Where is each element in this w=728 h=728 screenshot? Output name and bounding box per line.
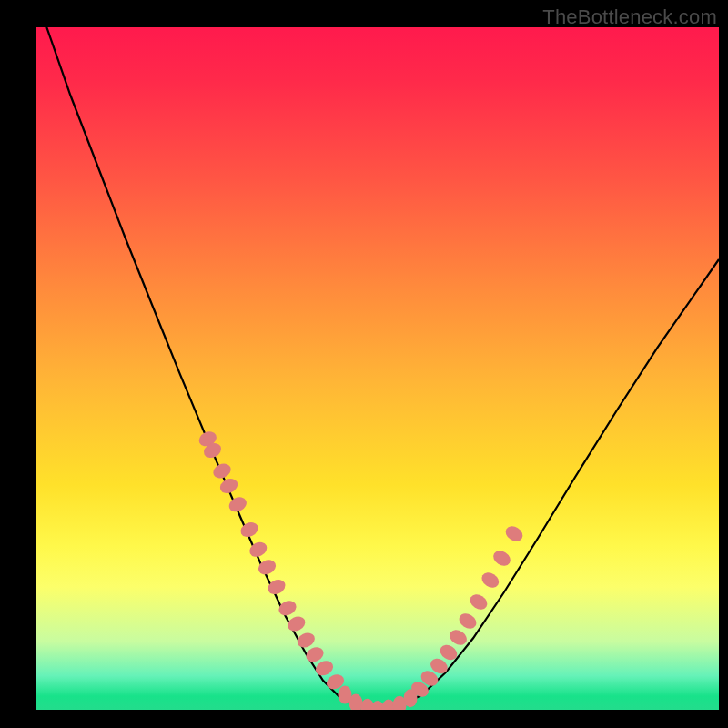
chart-svg (36, 27, 719, 710)
dot (277, 598, 299, 618)
dot (468, 592, 490, 612)
dot (217, 476, 240, 496)
dot (227, 494, 249, 514)
dot (447, 627, 470, 648)
dot (286, 613, 308, 633)
overlay-dots (197, 429, 525, 710)
dot (457, 611, 480, 632)
dot (503, 523, 526, 544)
dot (295, 630, 318, 650)
v-curve-path (46, 27, 719, 710)
dot (479, 570, 501, 591)
dot (238, 520, 261, 540)
dot (490, 548, 513, 569)
plot-area (36, 27, 719, 710)
chart-frame: TheBottleneck.com (0, 0, 728, 728)
dot (211, 460, 234, 480)
watermark-text: TheBottleneck.com (542, 5, 717, 29)
